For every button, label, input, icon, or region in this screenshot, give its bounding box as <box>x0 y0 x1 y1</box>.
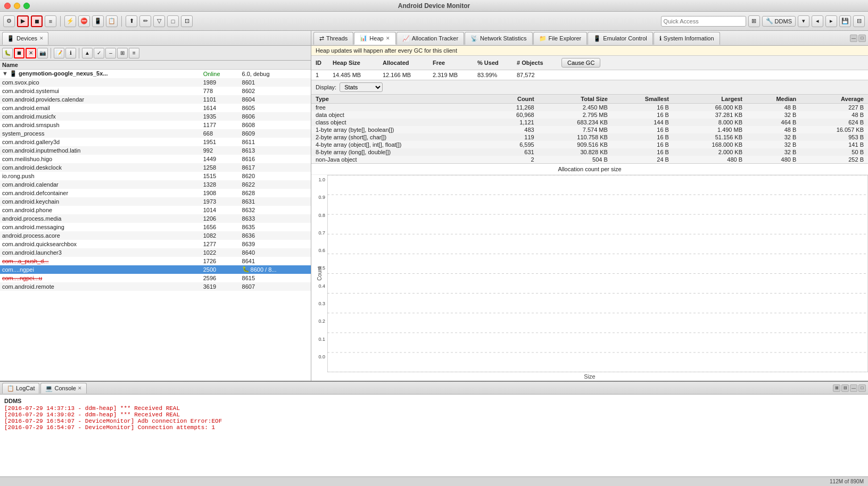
heap-type: 1-byte array (byte[], boolean[]) <box>311 126 489 133</box>
toolbar-btn-5[interactable]: ⚡ <box>64 15 76 27</box>
table-row[interactable]: com.android.smspush 1177 8608 <box>0 121 311 129</box>
sys-info-btn[interactable]: ℹ <box>65 48 76 58</box>
tab-emulator[interactable]: 📱 Emulator Control <box>588 32 653 45</box>
tab-logcat[interactable]: 📋 LogCat <box>2 383 39 393</box>
min-corner-btn[interactable]: — <box>850 35 857 42</box>
minus-btn[interactable]: – <box>105 48 116 58</box>
display-select[interactable]: Stats Bar Graph <box>340 82 383 92</box>
console-icon: 💻 <box>45 385 53 392</box>
table-row[interactable]: com.svox.pico 1989 8601 <box>0 78 311 87</box>
bottom-close-btn[interactable]: — <box>850 384 857 392</box>
display-row: Display: Stats Bar Graph <box>311 80 868 95</box>
toolbar-extra-2[interactable]: ▸ <box>825 15 837 27</box>
table-row[interactable]: com.android.systemui 778 8602 <box>0 87 311 95</box>
bottom-max-btn[interactable]: ⊟ <box>841 384 849 392</box>
toolbar-btn-4[interactable]: ≡ <box>45 15 56 27</box>
heap-row[interactable]: 2-byte array (short[], char[]) 119 110.7… <box>311 133 868 141</box>
heap-row[interactable]: free 11,268 2.450 MB 16 B 66.000 KB 48 B… <box>311 104 868 112</box>
toolbar-btn-13[interactable]: ⊡ <box>181 15 193 27</box>
table-row[interactable]: com.android.launcher3 1022 8640 <box>0 248 311 257</box>
table-row[interactable]: com.android.musicfx 1935 8606 <box>0 112 311 121</box>
log-btn[interactable]: 📝 <box>54 48 64 58</box>
heap-row[interactable]: non-Java object 2 504 B 24 B 480 B 480 B… <box>311 156 868 163</box>
tab-file[interactable]: 📁 File Explorer <box>533 32 588 45</box>
table-row[interactable]: com.android.defcontainer 1908 8628 <box>0 189 311 197</box>
tab-network[interactable]: 📡 Network Statistics <box>465 32 532 45</box>
toolbar-btn-8[interactable]: 📋 <box>106 15 118 27</box>
extra-btn[interactable]: ≡ <box>129 48 139 58</box>
ddms-button[interactable]: 🔧 DDMS <box>762 16 796 27</box>
table-row[interactable]: com...a_push_d... 1726 8641 <box>0 257 311 265</box>
table-row[interactable]: io.rong.push 1515 8620 <box>0 172 311 180</box>
screenshot-btn[interactable]: 📷 <box>37 48 48 58</box>
toolbar-btn-11[interactable]: ▽ <box>153 15 165 27</box>
devices-tab[interactable]: 📱 Devices ✕ <box>2 32 48 45</box>
tab-console[interactable]: 💻 Console ✕ <box>40 383 86 393</box>
cause-gc-button[interactable]: Cause GC <box>561 58 600 68</box>
toolbar-monitor-btn[interactable]: ⊞ <box>748 15 760 27</box>
tab-heap[interactable]: 📊 Heap ✕ <box>354 32 395 45</box>
grid-btn[interactable]: ⊞ <box>117 48 128 58</box>
heap-smallest: 16 B <box>612 104 673 112</box>
toolbar-extra-3[interactable]: 💾 <box>839 15 851 27</box>
table-row[interactable]: com.android.deskclock 1258 8617 <box>0 163 311 172</box>
close-button[interactable] <box>4 3 11 9</box>
table-row[interactable]: android.process.media 1206 8633 <box>0 214 311 223</box>
tab-threads[interactable]: ⇄ Threads <box>313 32 353 45</box>
table-row[interactable]: com....ngpei 2500 🐛8600 / 8... <box>0 265 311 274</box>
table-row[interactable]: com.android.phone 1014 8632 <box>0 206 311 214</box>
heap-row[interactable]: 4-byte array (object[], int[], float[]) … <box>311 141 868 148</box>
table-row[interactable]: com.android.messaging 1656 8635 <box>0 223 311 231</box>
toolbar-btn-1[interactable]: ⚙ <box>3 15 15 27</box>
table-row[interactable]: com.android.calendar 1328 8622 <box>0 180 311 189</box>
toolbar-extra-4[interactable]: ⊟ <box>853 15 865 27</box>
threads-label: Threads <box>326 35 348 41</box>
table-row[interactable]: com.android.email 1614 8605 <box>0 104 311 112</box>
table-row[interactable]: com.android.remote 3619 8607 <box>0 282 311 291</box>
proc-name: com.android.musicfx <box>0 112 201 121</box>
toolbar-btn-3[interactable]: ⏹ <box>31 15 43 27</box>
tab-allocation[interactable]: 📈 Allocation Tracker <box>396 32 464 45</box>
minimize-button[interactable] <box>14 3 20 9</box>
table-row[interactable]: system_process 668 8609 <box>0 129 311 138</box>
table-row[interactable]: com.android.providers.calendar 1101 8604 <box>0 95 311 104</box>
heap-row[interactable]: data object 60,968 2.795 MB 16 B 37.281 … <box>311 111 868 119</box>
table-row[interactable]: com.android.quicksearchbox 1277 8639 <box>0 240 311 248</box>
quick-access-input[interactable] <box>661 16 746 27</box>
stop-process-btn[interactable]: ⏹ <box>14 48 24 58</box>
heap-row[interactable]: 8-byte array (long[], double[]) 631 30.8… <box>311 148 868 156</box>
kill-btn[interactable]: ✕ <box>26 48 36 58</box>
heap-tab-close[interactable]: ✕ <box>386 36 390 41</box>
toolbar-btn-10[interactable]: ✏ <box>139 15 151 27</box>
up-btn[interactable]: ▲ <box>82 48 93 58</box>
proc-name: android.process.acore <box>0 231 201 240</box>
table-row[interactable]: com.meilishuo.higo 1449 8616 <box>0 155 311 163</box>
bottom-restore-btn[interactable]: □ <box>858 384 866 392</box>
proc-pid: 2596 <box>201 274 240 282</box>
table-row[interactable]: android.process.acore 1082 8636 <box>0 231 311 240</box>
bottom-min-btn[interactable]: ⊞ <box>833 384 840 392</box>
toolbar-menu-btn[interactable]: ▾ <box>798 15 809 27</box>
table-row[interactable]: com....ngpei...u 2596 8615 <box>0 274 311 282</box>
heap-row[interactable]: class object 1,121 683.234 KB 144 B 8.00… <box>311 119 868 126</box>
maximize-button[interactable] <box>23 3 30 9</box>
toolbar-btn-9[interactable]: ⬆ <box>126 15 137 27</box>
toolbar-extra-1[interactable]: ◂ <box>812 15 823 27</box>
table-row[interactable]: com.android.gallery3d 1951 8611 <box>0 138 311 146</box>
heap-row[interactable]: 1-byte array (byte[], boolean[]) 483 7.5… <box>311 126 868 133</box>
heap-count: 2 <box>489 156 538 163</box>
toolbar-btn-6[interactable]: ⛔ <box>78 15 90 27</box>
max-corner-btn[interactable]: □ <box>858 35 866 42</box>
toolbar-btn-12[interactable]: □ <box>167 15 179 27</box>
table-row[interactable]: com.android.inputmethod.latin 992 8613 <box>0 146 311 155</box>
devices-tab-close[interactable]: ✕ <box>39 36 44 41</box>
tab-sysinfo[interactable]: ℹ System Information <box>654 32 720 45</box>
down-btn[interactable]: ✓ <box>94 48 104 58</box>
proc-name: com.meilishuo.higo <box>0 155 201 163</box>
toolbar-btn-2[interactable]: ▶ <box>17 15 29 27</box>
heap-largest: 66.000 KB <box>673 104 747 112</box>
table-row[interactable]: com.android.keychain 1973 8631 <box>0 197 311 206</box>
toolbar-btn-7[interactable]: 📱 <box>92 15 104 27</box>
console-tab-close[interactable]: ✕ <box>78 386 82 391</box>
debug-btn[interactable]: 🐛 <box>2 48 13 58</box>
